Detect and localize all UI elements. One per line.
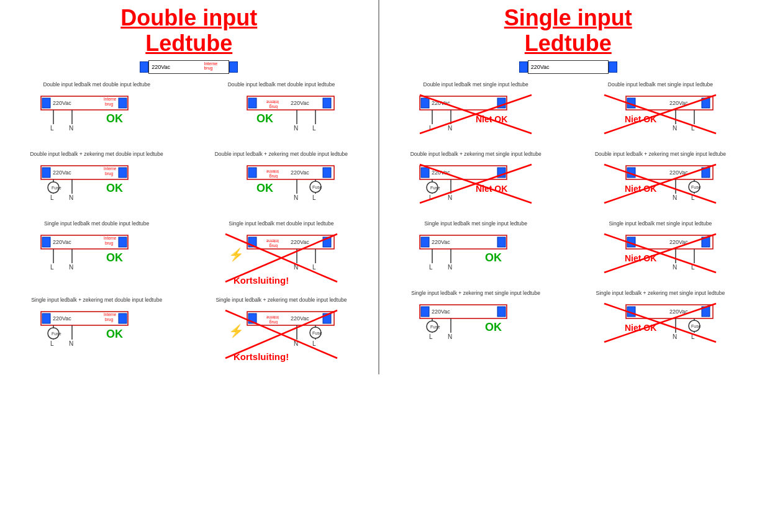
diagram-title: Single input ledbalk met double input le…	[192, 220, 370, 227]
svg-text:Fuse: Fuse	[430, 186, 440, 190]
svg-text:N: N	[294, 194, 298, 201]
svg-text:N: N	[448, 264, 452, 271]
svg-text:Interne: Interne	[266, 239, 279, 243]
svg-text:L: L	[312, 125, 316, 132]
circuit-svg: 220VacLNNiet OK	[601, 90, 719, 140]
circuit-svg: 220VacLNFuseNiet OK	[601, 160, 719, 209]
diagram-box: Double input ledbalk + zekering met sing…	[569, 148, 752, 217]
svg-rect-3	[119, 98, 127, 108]
svg-text:Niet OK: Niet OK	[625, 114, 656, 124]
circuit-svg: 220VacLNOK	[417, 229, 535, 279]
single-input-grid: Double input ledbalk met single input le…	[384, 79, 753, 356]
svg-text:OK: OK	[106, 182, 123, 194]
svg-text:OK: OK	[106, 328, 123, 340]
svg-text:L: L	[50, 264, 54, 271]
diagram-box: Single input ledbalk met single input le…	[384, 218, 568, 286]
diagram-box: Double input ledbalk + zekering met doub…	[189, 148, 373, 217]
svg-text:220Vac: 220Vac	[291, 239, 309, 245]
diagram-box: Double input ledbalk + zekering met sing…	[384, 148, 568, 217]
svg-text:Interne: Interne	[266, 315, 279, 320]
main-container: Double inputLedtube 220Vac Internebrug D…	[0, 0, 757, 374]
circuit-container: 220VacLNFuseNiet OK	[601, 160, 719, 212]
svg-text:Interne: Interne	[104, 166, 117, 171]
svg-text:brug: brug	[269, 243, 277, 248]
circuit-svg: 220VacLNFuseNiet OK	[417, 160, 535, 209]
diagram-box: Double input ledbalk + zekering met doub…	[5, 148, 188, 217]
diagram-title: Single input ledbalk met single input le…	[571, 220, 750, 227]
diagram-box: Single input ledbalk met single input le…	[569, 218, 752, 286]
svg-text:OK: OK	[485, 251, 502, 264]
circuit-svg: 220VacInternebrugLNFuseOK	[38, 305, 156, 355]
svg-text:220Vac: 220Vac	[291, 315, 309, 322]
svg-text:N: N	[69, 194, 73, 201]
svg-rect-74	[42, 313, 50, 323]
cap-left	[140, 61, 148, 73]
single-input-section: Single inputLedtube 220Vac Double input …	[379, 0, 758, 374]
svg-text:Niet OK: Niet OK	[625, 253, 656, 263]
circuit-svg: 220VacbrugInterneLNFuseOK	[222, 160, 340, 209]
svg-text:brug: brug	[269, 104, 277, 109]
svg-text:Fuse: Fuse	[312, 185, 322, 189]
svg-text:L: L	[312, 194, 316, 201]
svg-text:220Vac: 220Vac	[432, 309, 450, 315]
svg-text:brug: brug	[105, 317, 113, 322]
svg-rect-171	[421, 307, 429, 317]
svg-text:220Vac: 220Vac	[291, 169, 309, 176]
svg-text:220Vac: 220Vac	[432, 239, 450, 245]
circuit-container: 220VacLNOK	[417, 229, 535, 281]
single-input-title: Single inputLedtube	[384, 5, 753, 56]
svg-text:N: N	[673, 333, 677, 340]
double-ledtube-demo: 220Vac Internebrug	[5, 60, 373, 74]
diagram-box: Single input ledbalk + zekering met doub…	[5, 294, 188, 369]
diagram-title: Double input ledbalk met single input le…	[571, 81, 750, 88]
diagram-box: Double input ledbalk met single input le…	[569, 79, 752, 147]
svg-text:Kortsluiting!: Kortsluiting!	[233, 275, 289, 286]
diagram-title: Single input ledbalk met single input le…	[387, 220, 565, 227]
svg-text:N: N	[673, 264, 677, 271]
svg-rect-51	[119, 237, 127, 247]
svg-text:OK: OK	[485, 321, 502, 333]
cap-right-single	[609, 61, 617, 73]
circuit-container: 220VacbrugInterneLN⚡Kortsluiting!	[222, 229, 340, 291]
internal-bridge-label: Internebrug	[204, 61, 217, 70]
diagram-box: Single input ledbalk + zekering met doub…	[189, 294, 373, 369]
svg-rect-25	[119, 168, 127, 178]
circuit-svg: 220VacLNFuseNiet OK	[601, 299, 719, 348]
svg-text:Interne: Interne	[266, 169, 279, 174]
circuit-container: 220VacbrugInterneLNFuse⚡Kortsluiting!	[222, 305, 340, 367]
svg-text:OK: OK	[256, 182, 273, 194]
diagram-title: Double input ledbalk met double input le…	[7, 81, 186, 88]
circuit-svg: 220VacInternebrugLNOK	[38, 229, 156, 279]
svg-text:N: N	[448, 194, 452, 201]
svg-rect-38	[323, 168, 331, 178]
double-input-title: Double inputLedtube	[5, 5, 373, 56]
svg-text:Fuse: Fuse	[430, 325, 440, 329]
svg-text:OK: OK	[256, 112, 273, 125]
svg-text:brug: brug	[105, 241, 113, 246]
circuit-container: 220VacLNNiet OK	[417, 90, 535, 142]
double-input-section: Double inputLedtube 220Vac Internebrug D…	[0, 0, 378, 374]
diagram-title: Double input ledbalk + zekering met sing…	[571, 151, 750, 158]
circuit-container: 220VacLNFuseOK	[417, 299, 535, 351]
svg-text:Interne: Interne	[104, 236, 117, 240]
diagram-title: Double input ledbalk + zekering met sing…	[387, 151, 565, 158]
diagram-box: Double input ledbalk met single input le…	[384, 79, 568, 147]
svg-text:L: L	[50, 194, 54, 201]
circuit-container: 220VacLNNiet OK	[601, 229, 719, 281]
svg-text:brug: brug	[269, 174, 277, 179]
svg-rect-125	[421, 168, 429, 178]
diagram-title: Double input ledbalk met double input le…	[192, 81, 370, 88]
svg-text:OK: OK	[106, 112, 123, 125]
svg-text:Niet OK: Niet OK	[625, 184, 656, 194]
circuit-container: 220VacLNFuseNiet OK	[417, 160, 535, 212]
svg-rect-151	[421, 237, 429, 247]
svg-text:L: L	[50, 125, 54, 132]
svg-text:Kortsluiting!: Kortsluiting!	[233, 351, 289, 362]
cap-right	[229, 61, 238, 73]
diagram-title: Double input ledbalk met single input le…	[387, 81, 565, 88]
circuit-svg: 220VacLNNiet OK	[417, 90, 535, 140]
diagram-title: Single input ledbalk + zekering met sing…	[571, 290, 750, 297]
svg-text:brug: brug	[105, 171, 113, 176]
tube-body-top-single: 220Vac	[528, 60, 609, 74]
svg-text:N: N	[69, 264, 73, 271]
